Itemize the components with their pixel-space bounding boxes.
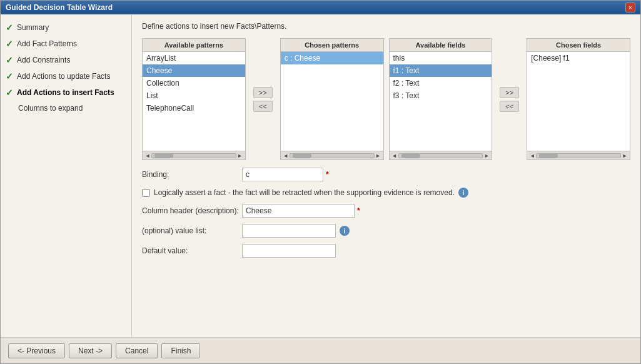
check-icon: ✓ — [6, 39, 13, 49]
chosen-fields-box: Chosen fields [Cheese] f1 ◄ ► — [527, 38, 630, 160]
optional-value-label: (optional) value list: — [142, 226, 242, 235]
sidebar-item-label: Add Actions to update Facts — [17, 72, 110, 81]
default-value-input[interactable] — [242, 244, 336, 258]
column-header-label: Column header (description): — [142, 206, 242, 215]
scrollbar-thumb — [401, 154, 420, 158]
optional-value-input[interactable] — [242, 224, 336, 238]
available-patterns-box: Available patterns ArrayList Cheese Coll… — [142, 38, 246, 160]
scrollbar: ◄ ► — [527, 151, 630, 160]
scroll-left-arrow[interactable]: ◄ — [144, 152, 151, 159]
next-button[interactable]: Next -> — [69, 343, 112, 358]
sidebar-item-label: Add Actions to insert Facts — [17, 88, 114, 97]
scrollbar-thumb — [539, 154, 558, 158]
scroll-left-arrow[interactable]: ◄ — [528, 152, 536, 159]
available-fields-box: Available fields this f1 : Text f2 : Tex… — [389, 38, 493, 160]
footer: <- Previous Next -> Cancel Finish — [1, 337, 640, 363]
chosen-fields-header: Chosen fields — [527, 38, 630, 51]
column-header-input[interactable] — [242, 204, 355, 218]
scrollbar-track — [290, 153, 375, 158]
list-item[interactable]: c : Cheese — [281, 52, 383, 64]
sidebar-item-label: Columns to expand — [18, 104, 83, 113]
binding-input[interactable] — [242, 168, 323, 181]
binding-required: * — [326, 170, 329, 179]
list-item[interactable]: f2 : Text — [390, 77, 492, 89]
scroll-left-arrow[interactable]: ◄ — [282, 152, 290, 159]
pattern-arrow-buttons: >> << — [251, 38, 275, 160]
column-header-row: Column header (description): * — [142, 204, 630, 218]
scrollbar: ◄ ► — [142, 151, 246, 160]
checkbox-label: Logically assert a fact - the fact will … — [154, 188, 455, 197]
default-value-row: Default value: — [142, 244, 630, 258]
logically-assert-row: Logically assert a fact - the fact will … — [142, 188, 630, 198]
available-fields-list: this f1 : Text f2 : Text f3 : Text — [389, 51, 493, 151]
logically-assert-checkbox[interactable] — [142, 189, 150, 197]
scrollbar-track — [536, 153, 621, 158]
sidebar-item-columns-expand[interactable]: Columns to expand — [3, 101, 129, 116]
sidebar-item-add-constraints[interactable]: ✓ Add Constraints — [3, 52, 129, 68]
sidebar-item-summary[interactable]: ✓ Summary — [3, 19, 129, 36]
default-value-label: Default value: — [142, 246, 242, 255]
list-item[interactable]: [Cheese] f1 — [527, 52, 630, 64]
sidebar-item-add-actions-insert[interactable]: ✓ Add Actions to insert Facts — [3, 84, 129, 101]
list-item[interactable]: this — [390, 52, 492, 64]
column-header-required: * — [357, 206, 360, 215]
move-field-right-button[interactable]: >> — [500, 87, 519, 98]
list-item[interactable]: Cheese — [143, 64, 245, 77]
finish-button[interactable]: Finish — [161, 343, 200, 358]
list-item[interactable]: TelephoneCall — [143, 102, 245, 114]
list-item[interactable]: List — [143, 89, 245, 102]
sidebar-item-label: Summary — [17, 23, 49, 32]
sidebar: ✓ Summary ✓ Add Fact Patterns ✓ Add Cons… — [1, 14, 132, 337]
scroll-right-arrow[interactable]: ► — [375, 152, 382, 159]
previous-button[interactable]: <- Previous — [8, 343, 65, 358]
sidebar-item-label: Add Constraints — [17, 56, 70, 64]
list-item[interactable]: f1 : Text — [390, 64, 492, 77]
check-icon: ✓ — [6, 88, 13, 98]
optional-value-info-icon[interactable]: i — [340, 226, 350, 236]
panels-row: Available patterns ArrayList Cheese Coll… — [142, 38, 630, 160]
binding-row: Binding: * — [142, 168, 630, 181]
close-button[interactable]: × — [625, 3, 635, 13]
chosen-fields-list: [Cheese] f1 — [527, 51, 630, 151]
chosen-patterns-list: c : Cheese — [280, 51, 384, 151]
check-icon: ✓ — [6, 23, 13, 33]
cancel-button[interactable]: Cancel — [116, 343, 158, 358]
title-bar: Guided Decision Table Wizard × — [1, 1, 640, 14]
sidebar-item-label: Add Fact Patterns — [17, 39, 77, 48]
form-section: Binding: * Logically assert a fact - the… — [142, 168, 630, 258]
available-patterns-list: ArrayList Cheese Collection List Telepho… — [142, 51, 246, 151]
move-right-button[interactable]: >> — [253, 87, 273, 98]
main-panel: Define actions to insert new Facts\Patte… — [132, 14, 640, 337]
main-content: ✓ Summary ✓ Add Fact Patterns ✓ Add Cons… — [1, 14, 640, 337]
scrollbar-track — [151, 153, 236, 158]
description-text: Define actions to insert new Facts\Patte… — [142, 22, 630, 31]
chosen-patterns-header: Chosen patterns — [280, 38, 384, 51]
info-icon[interactable]: i — [458, 188, 468, 198]
scroll-right-arrow[interactable]: ► — [236, 152, 244, 159]
available-patterns-header: Available patterns — [142, 38, 246, 51]
list-item[interactable]: f3 : Text — [390, 89, 492, 102]
field-arrow-buttons: >> << — [497, 38, 522, 160]
move-field-left-button[interactable]: << — [500, 101, 519, 112]
check-icon: ✓ — [6, 71, 13, 81]
list-item[interactable]: ArrayList — [143, 52, 245, 64]
scrollbar-thumb — [154, 154, 173, 158]
scrollbar: ◄ ► — [389, 151, 493, 160]
chosen-patterns-box: Chosen patterns c : Cheese ◄ ► — [280, 38, 384, 160]
check-icon: ✓ — [6, 55, 13, 65]
wizard-window: Guided Decision Table Wizard × ✓ Summary… — [0, 0, 641, 364]
available-fields-header: Available fields — [389, 38, 493, 51]
list-item[interactable]: Collection — [143, 77, 245, 89]
window-title: Guided Decision Table Wizard — [6, 3, 113, 12]
scroll-right-arrow[interactable]: ► — [483, 152, 490, 159]
sidebar-item-add-actions-update[interactable]: ✓ Add Actions to update Facts — [3, 68, 129, 84]
scrollbar-thumb — [293, 154, 311, 158]
binding-label: Binding: — [142, 170, 242, 179]
scroll-left-arrow[interactable]: ◄ — [391, 152, 398, 159]
scrollbar: ◄ ► — [280, 151, 384, 160]
move-left-button[interactable]: << — [253, 101, 273, 112]
scroll-right-arrow[interactable]: ► — [621, 152, 628, 159]
scrollbar-track — [398, 153, 483, 158]
optional-value-row: (optional) value list: i — [142, 224, 630, 238]
sidebar-item-add-fact-patterns[interactable]: ✓ Add Fact Patterns — [3, 36, 129, 52]
